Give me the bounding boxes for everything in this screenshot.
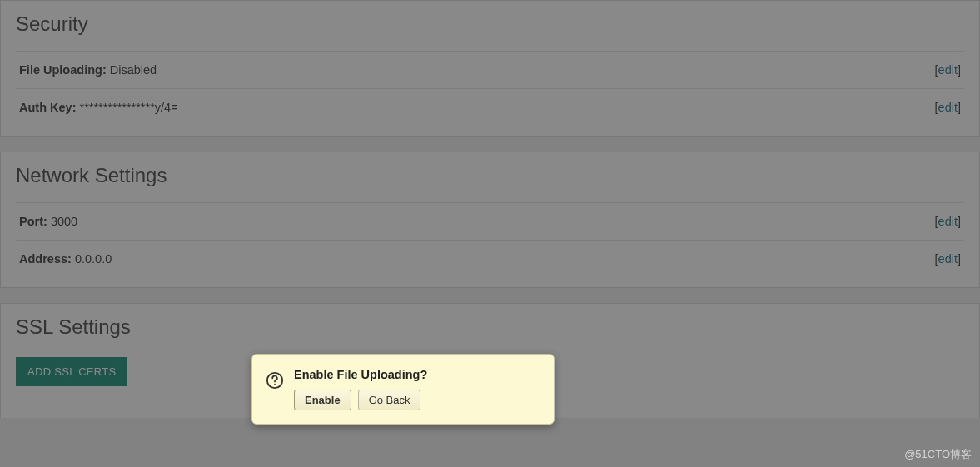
- file-uploading-edit-link[interactable]: edit: [938, 63, 958, 77]
- add-ssl-certs-button[interactable]: ADD SSL CERTS: [16, 357, 127, 386]
- file-uploading-text: File Uploading: Disabled: [19, 63, 157, 77]
- port-edit-link[interactable]: edit: [938, 215, 958, 228]
- network-title: Network Settings: [16, 152, 964, 202]
- address-text: Address: 0.0.0.0: [19, 252, 112, 266]
- port-row: Port: 3000 [edit]: [16, 202, 964, 240]
- address-row: Address: 0.0.0.0 [edit]: [16, 240, 964, 277]
- port-label: Port:: [19, 215, 47, 228]
- file-uploading-value: Disabled: [110, 63, 157, 77]
- file-uploading-label: File Uploading:: [19, 63, 107, 77]
- question-icon: [266, 371, 284, 390]
- security-panel: Security File Uploading: Disabled [edit]…: [0, 0, 980, 137]
- port-value: 3000: [51, 215, 77, 228]
- auth-key-edit-cell: [edit]: [935, 101, 961, 114]
- security-title: Security: [16, 1, 964, 51]
- file-uploading-row: File Uploading: Disabled [edit]: [16, 51, 964, 88]
- dialog-title: Enable File Uploading?: [294, 368, 540, 381]
- auth-key-text: Auth Key: ****************y/4=: [19, 101, 178, 114]
- auth-key-value: ****************y/4=: [80, 101, 178, 114]
- auth-key-row: Auth Key: ****************y/4= [edit]: [16, 88, 964, 126]
- auth-key-edit-link[interactable]: edit: [938, 101, 958, 114]
- network-panel: Network Settings Port: 3000 [edit] Addre…: [0, 152, 980, 288]
- port-edit-cell: [edit]: [935, 215, 961, 228]
- svg-point-1: [274, 384, 276, 385]
- enable-button[interactable]: Enable: [294, 390, 351, 410]
- confirm-dialog: Enable File Uploading? Enable Go Back: [251, 354, 555, 425]
- file-uploading-edit-cell: [edit]: [935, 63, 961, 77]
- port-text: Port: 3000: [19, 215, 77, 228]
- go-back-button[interactable]: Go Back: [358, 390, 421, 410]
- address-edit-link[interactable]: edit: [938, 252, 958, 266]
- address-value: 0.0.0.0: [75, 252, 112, 266]
- watermark: @51CTO博客: [904, 447, 972, 462]
- address-edit-cell: [edit]: [935, 252, 961, 266]
- address-label: Address:: [19, 252, 72, 266]
- ssl-title: SSL Settings: [16, 304, 964, 354]
- auth-key-label: Auth Key:: [19, 101, 76, 114]
- dialog-buttons: Enable Go Back: [294, 390, 540, 410]
